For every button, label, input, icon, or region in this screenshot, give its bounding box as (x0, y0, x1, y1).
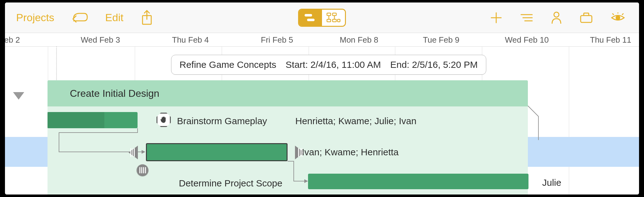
gantt-view-option[interactable] (299, 10, 322, 26)
date-column-label: Thu Feb 4 (172, 35, 209, 45)
briefcase-button[interactable] (579, 12, 593, 24)
network-view-option[interactable] (322, 10, 345, 26)
tasks-icon (520, 12, 533, 23)
network-icon (326, 12, 341, 23)
plus-icon (490, 12, 502, 24)
task-tooltip: Refine Game Concepts Start: 2/4/16, 11:0… (171, 55, 486, 75)
date-column-label: Fri Feb 5 (261, 35, 293, 45)
briefcase-icon (579, 12, 593, 24)
edit-button[interactable]: Edit (105, 12, 124, 24)
svg-rect-2 (307, 19, 315, 21)
hand-icon (160, 116, 167, 124)
task-assignees-refine: Ivan; Kwame; Henrietta (302, 147, 399, 157)
undo-button[interactable] (72, 11, 88, 25)
group-bar-create-initial-design[interactable]: Create Initial Design (48, 80, 528, 106)
share-icon (141, 10, 153, 26)
share-button[interactable] (141, 10, 153, 26)
date-column-label: Mon Feb 8 (340, 35, 378, 45)
task-assignees-brainstorm: Henrietta; Kwame; Julie; Ivan (295, 116, 416, 126)
tooltip-start: Start: 2/4/16, 11:00 AM (286, 59, 381, 70)
svg-rect-9 (581, 16, 592, 22)
task-bar-determine-project-scope[interactable] (308, 174, 528, 189)
svg-rect-7 (338, 19, 340, 22)
date-header: e Feb 2Wed Feb 3Thu Feb 4Fri Feb 5Mon Fe… (5, 33, 639, 47)
gantt-icon (304, 13, 317, 22)
add-button[interactable] (490, 12, 502, 24)
app-window: Projects Edit (5, 2, 639, 195)
svg-rect-4 (333, 13, 336, 16)
date-column-label: e Feb 2 (5, 35, 20, 45)
undo-icon (72, 11, 88, 25)
date-column-label: Tue Feb 9 (423, 35, 460, 45)
date-column-label: Wed Feb 3 (81, 35, 120, 45)
group-disclosure-toggle[interactable] (13, 92, 24, 100)
svg-point-10 (616, 16, 620, 20)
resources-button[interactable] (551, 11, 562, 24)
tooltip-task-name: Refine Game Concepts (179, 59, 276, 70)
svg-point-8 (554, 12, 559, 17)
svg-rect-3 (327, 13, 331, 16)
person-icon (551, 11, 562, 24)
task-label-scope: Determine Project Scope (179, 178, 283, 189)
tasks-button[interactable] (520, 12, 533, 23)
view-options-button[interactable] (610, 12, 625, 23)
task-label-brainstorm: Brainstorm Gameplay (177, 116, 267, 126)
date-column-label: Thu Feb 11 (590, 35, 631, 45)
task-end-handle[interactable] (295, 146, 304, 159)
tooltip-end: End: 2/5/16, 5:20 PM (390, 59, 478, 70)
eye-icon (610, 12, 625, 23)
svg-rect-1 (305, 14, 312, 16)
group-title: Create Initial Design (70, 88, 159, 99)
task-completion-handle[interactable] (137, 164, 148, 176)
day-gridline (569, 47, 569, 195)
task-bar-brainstorm-gameplay[interactable] (48, 112, 138, 128)
svg-rect-5 (327, 19, 331, 22)
view-mode-toggle[interactable] (298, 9, 346, 27)
toolbar: Projects Edit (5, 2, 639, 33)
projects-button[interactable]: Projects (16, 12, 54, 24)
task-start-handle[interactable] (129, 146, 138, 159)
gantt-chart[interactable]: Create Initial Design Refine Game Concep… (5, 47, 639, 195)
date-column-label: Wed Feb 10 (505, 35, 549, 45)
svg-rect-6 (333, 19, 336, 22)
task-assignees-scope: Julie (542, 177, 561, 188)
task-bar-refine-game-concepts[interactable] (146, 143, 288, 161)
